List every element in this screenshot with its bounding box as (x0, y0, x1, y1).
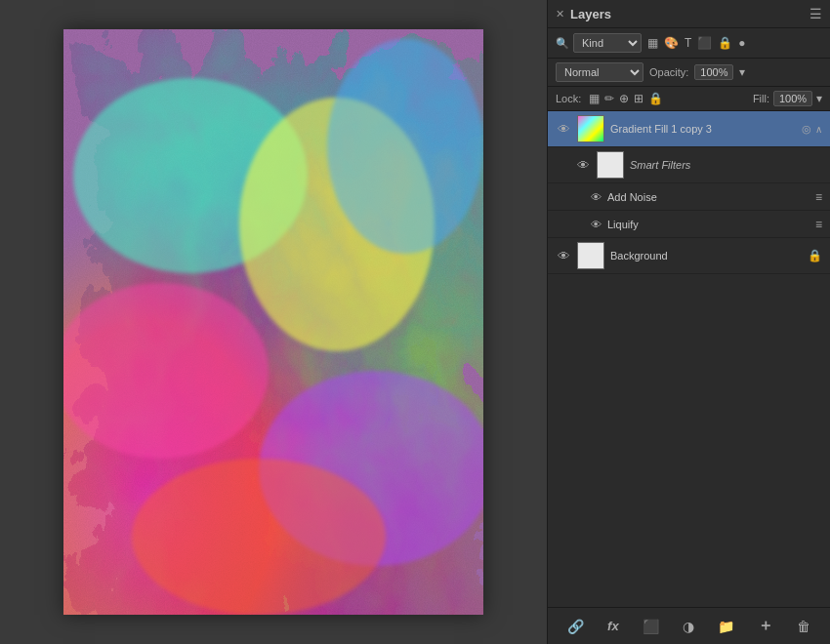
opacity-label: Opacity: (649, 66, 688, 78)
eye-icon-smart-filters[interactable]: 👁 (575, 157, 591, 173)
layer-name-smart-filters: Smart Filters (630, 159, 822, 171)
opacity-chevron-icon[interactable]: ▾ (739, 65, 745, 79)
lock-row: Lock: ▦ ✏ ⊕ ⊞ 🔒 Fill: 100% ▾ (548, 87, 830, 111)
fill-row: Fill: 100% ▾ (753, 91, 822, 106)
layer-gradient-fill-copy3[interactable]: 👁 Gradient Fill 1 copy 3 ◎ ∧ (548, 111, 830, 147)
blend-opacity-row: Normal Opacity: 100% ▾ (548, 59, 830, 87)
layer-add-noise[interactable]: 👁 Add Noise ≡ (548, 183, 830, 211)
pixel-filter-icon[interactable]: ▦ (647, 36, 658, 50)
blend-mode-select[interactable]: Normal (556, 62, 643, 82)
layer-name-background: Background (610, 250, 802, 262)
delete-layer-button[interactable]: 🗑 (793, 617, 814, 636)
search-icon: 🔍 (556, 37, 569, 50)
layer-background[interactable]: 👁 Background 🔒 (548, 238, 830, 274)
canvas-image (63, 29, 483, 615)
layer-name-liquify: Liquify (607, 219, 809, 230)
fill-adjustment-button[interactable]: ◑ (679, 617, 698, 636)
layer-thumb-background (577, 242, 604, 269)
panel-menu-icon[interactable]: ☰ (809, 6, 822, 21)
lock-all-icon[interactable]: 🔒 (648, 92, 663, 105)
new-group-button[interactable]: 📁 (714, 617, 738, 636)
layer-thumb-gradient (577, 115, 604, 142)
smartobj-filter-icon[interactable]: 🔒 (718, 36, 732, 50)
expand-icon[interactable]: ∧ (815, 124, 822, 135)
kind-filter-select[interactable]: Kind (573, 33, 642, 53)
lock-icons: ▦ ✏ ⊕ ⊞ 🔒 (589, 92, 663, 105)
add-mask-button[interactable]: ⬛ (639, 617, 663, 636)
eye-icon-gradient[interactable]: 👁 (556, 121, 571, 137)
eye-icon-add-noise[interactable]: 👁 (591, 191, 602, 203)
lock-artboard-icon[interactable]: ⊞ (634, 92, 643, 105)
eye-icon-background[interactable]: 👁 (556, 248, 571, 263)
layer-name-add-noise: Add Noise (607, 191, 809, 203)
layers-list: 👁 Gradient Fill 1 copy 3 ◎ ∧ 👁 Smart Fil… (548, 111, 830, 607)
fill-value[interactable]: 100% (773, 91, 812, 106)
lock-image-icon[interactable]: ✏ (604, 92, 614, 105)
filter-row: 🔍 Kind ▦ 🎨 T ⬛ 🔒 ● (548, 28, 830, 59)
layer-thumb-smart-filters (597, 151, 624, 179)
link-layers-button[interactable]: 🔗 (563, 617, 588, 636)
lock-transparent-icon[interactable]: ▦ (589, 92, 600, 105)
layer-smart-filters[interactable]: 👁 Smart Filters (548, 147, 830, 183)
layer-liquify[interactable]: 👁 Liquify ≡ (548, 211, 830, 238)
adjust-icon-liquify[interactable]: ≡ (815, 218, 822, 231)
lock-label: Lock: (556, 93, 581, 104)
artwork-svg (63, 29, 483, 615)
panel-title-row: ✕ Layers (556, 7, 611, 21)
svg-point-9 (63, 283, 269, 459)
opacity-value[interactable]: 100% (694, 64, 733, 80)
layer-name-gradient: Gradient Fill 1 copy 3 (610, 123, 796, 135)
layers-panel: ✕ Layers ☰ 🔍 Kind ▦ 🎨 T ⬛ 🔒 ● Normal Opa… (547, 0, 830, 644)
svg-point-12 (327, 39, 483, 254)
panel-header: ✕ Layers ☰ (548, 0, 830, 28)
shape-filter-icon[interactable]: ⬛ (697, 36, 712, 50)
panel-title: Layers (570, 7, 611, 21)
close-icon[interactable]: ✕ (556, 8, 564, 20)
type-filter-icon[interactable]: T (685, 36, 691, 50)
adjustment-filter-icon[interactable]: 🎨 (664, 36, 679, 50)
fill-chevron-icon[interactable]: ▾ (816, 92, 822, 105)
lock-position-icon[interactable]: ⊕ (619, 92, 629, 105)
smart-obj-icon: ◎ (802, 123, 811, 136)
canvas-area (0, 0, 547, 644)
adjust-icon-add-noise[interactable]: ≡ (815, 190, 822, 204)
svg-point-11 (132, 459, 386, 615)
add-style-button[interactable]: fx (603, 617, 623, 635)
filter-icons-row: ▦ 🎨 T ⬛ 🔒 ● (647, 36, 746, 50)
new-layer-button[interactable]: ＋ (754, 614, 777, 638)
canvas-wrapper (63, 29, 483, 615)
eye-icon-liquify[interactable]: 👁 (591, 219, 602, 230)
fill-label: Fill: (753, 93, 769, 104)
layer-actions-gradient: ◎ ∧ (802, 123, 822, 136)
layers-toolbar: 🔗 fx ⬛ ◑ 📁 ＋ 🗑 (548, 607, 830, 644)
lock-icon-background: 🔒 (808, 249, 822, 262)
circle-filter-icon[interactable]: ● (738, 36, 745, 50)
